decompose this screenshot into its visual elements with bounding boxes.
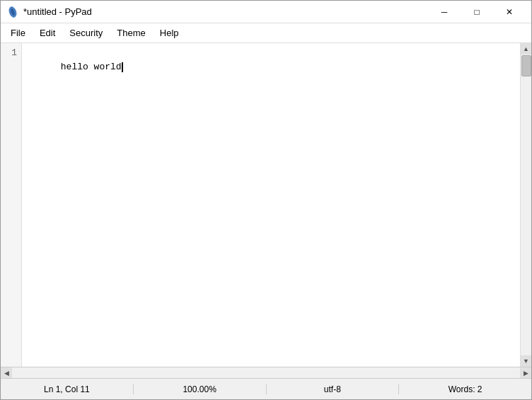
line-1-content: hello world <box>61 62 123 72</box>
menu-security[interactable]: Security <box>62 25 110 41</box>
title-bar-controls: ─ □ ✕ <box>428 1 526 23</box>
minimize-button[interactable]: ─ <box>428 1 461 23</box>
status-encoding: utf-8 <box>267 384 400 394</box>
horizontal-scrollbar[interactable]: ◀ ▶ <box>1 367 531 378</box>
menu-help[interactable]: Help <box>153 25 186 41</box>
status-sections: Ln 1, Col 11 100.00% utf-8 Words: 2 <box>1 384 531 394</box>
text-cursor <box>122 62 123 72</box>
menu-edit[interactable]: Edit <box>33 25 62 41</box>
scroll-right-arrow[interactable]: ▶ <box>520 367 531 379</box>
line-number-1: 1 <box>11 46 17 60</box>
status-bar: Ln 1, Col 11 100.00% utf-8 Words: 2 <box>1 378 531 399</box>
scroll-up-arrow[interactable]: ▲ <box>521 43 532 55</box>
status-words: Words: 2 <box>399 384 531 394</box>
editor-content[interactable]: hello world <box>22 43 520 367</box>
title-bar-left: *untitled - PyPad <box>6 6 92 18</box>
status-zoom: 100.00% <box>134 384 267 394</box>
status-position: Ln 1, Col 11 <box>1 384 134 394</box>
app-icon <box>6 6 19 18</box>
maximize-button[interactable]: □ <box>461 1 493 23</box>
h-scroll-track[interactable] <box>12 367 520 378</box>
scroll-thumb[interactable] <box>521 55 531 76</box>
scroll-track[interactable] <box>521 55 531 355</box>
scroll-left-arrow[interactable]: ◀ <box>1 367 12 379</box>
scroll-down-arrow[interactable]: ▼ <box>521 355 532 367</box>
bottom-area: ◀ ▶ Ln 1, Col 11 100.00% utf-8 Words: 2 <box>1 367 531 399</box>
editor-area[interactable]: 1 hello world ▲ ▼ <box>1 43 531 367</box>
window-title: *untitled - PyPad <box>23 6 92 17</box>
line-numbers: 1 <box>1 43 22 367</box>
menu-theme[interactable]: Theme <box>110 25 152 41</box>
menu-bar: File Edit Security Theme Help <box>1 23 531 43</box>
vertical-scrollbar[interactable]: ▲ ▼ <box>520 43 531 367</box>
close-button[interactable]: ✕ <box>493 1 526 23</box>
title-bar: *untitled - PyPad ─ □ ✕ <box>1 1 531 23</box>
menu-file[interactable]: File <box>4 25 33 41</box>
main-window: *untitled - PyPad ─ □ ✕ File Edit Securi… <box>0 0 532 400</box>
